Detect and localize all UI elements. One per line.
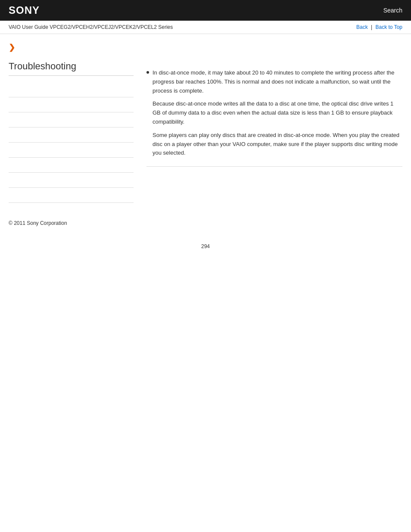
- list-item[interactable]: [9, 158, 134, 173]
- back-link[interactable]: Back: [356, 24, 368, 30]
- content-section: In disc-at-once mode, it may take about …: [146, 68, 402, 158]
- list-item[interactable]: [9, 173, 134, 188]
- content-paragraph-2: Because disc-at-once mode writes all the…: [146, 100, 402, 126]
- nav-separator: |: [371, 24, 372, 30]
- list-item[interactable]: [9, 97, 134, 112]
- content-paragraph-3: Some players can play only discs that ar…: [146, 131, 402, 158]
- nav-bar: VAIO User Guide VPCEG2/VPCEH2/VPCEJ2/VPC…: [0, 21, 411, 34]
- list-item[interactable]: [9, 112, 134, 128]
- breadcrumb: VAIO User Guide VPCEG2/VPCEH2/VPCEJ2/VPC…: [9, 24, 173, 30]
- main-content: ❯ Troubleshooting In disc-at-once mode, …: [0, 34, 411, 212]
- sidebar-title: Troubleshooting: [9, 61, 134, 76]
- bullet-icon: [146, 71, 149, 74]
- list-item[interactable]: [9, 188, 134, 203]
- copyright-text: © 2011 Sony Corporation: [9, 220, 67, 226]
- sidebar: ❯ Troubleshooting: [9, 43, 134, 203]
- content-area: In disc-at-once mode, it may take about …: [146, 43, 402, 203]
- back-to-top-link[interactable]: Back to Top: [376, 24, 402, 30]
- page-header: SONY Search: [0, 0, 411, 21]
- section-arrow-icon: ❯: [9, 43, 134, 52]
- page-footer: © 2011 Sony Corporation: [0, 212, 411, 235]
- content-bullet-item: In disc-at-once mode, it may take about …: [146, 68, 402, 95]
- page-number: 294: [0, 235, 411, 258]
- list-item[interactable]: [9, 143, 134, 158]
- content-bullet-text: In disc-at-once mode, it may take about …: [153, 68, 402, 95]
- sony-logo: SONY: [9, 4, 40, 16]
- list-item[interactable]: [9, 128, 134, 143]
- search-button[interactable]: Search: [383, 7, 402, 14]
- content-divider: [146, 166, 402, 167]
- nav-links: Back | Back to Top: [356, 24, 402, 30]
- list-item[interactable]: [9, 82, 134, 97]
